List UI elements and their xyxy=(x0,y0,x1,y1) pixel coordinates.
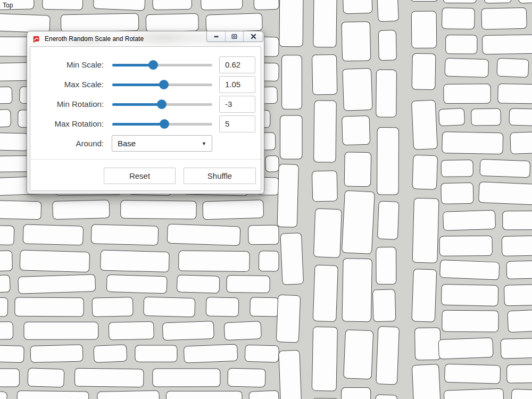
slider-thumb[interactable] xyxy=(160,119,169,129)
maximize-button[interactable] xyxy=(225,31,243,41)
max-scale-input[interactable] xyxy=(219,76,255,93)
maximize-icon xyxy=(230,32,238,40)
reset-button[interactable]: Reset xyxy=(104,168,176,184)
field-label: Max Scale: xyxy=(30,80,104,89)
around-select[interactable]: Base ▼ xyxy=(112,135,212,152)
shuffle-button[interactable]: Shuffle xyxy=(184,168,256,184)
around-select-value: Base xyxy=(118,139,136,148)
field-label: Min Rotation: xyxy=(30,99,104,109)
minimize-button[interactable] xyxy=(207,31,225,41)
close-button[interactable] xyxy=(243,31,263,41)
field-label: Max Rotation: xyxy=(30,119,104,128)
dialog-window: Eneroth Random Scale and Rotate Min Scal… xyxy=(27,31,264,194)
min-scale-row: Min Scale: xyxy=(30,55,261,74)
view-name-label: Top xyxy=(3,2,13,9)
max-rotation-row: Max Rotation: xyxy=(30,114,261,134)
slider-thumb[interactable] xyxy=(157,99,167,109)
close-icon xyxy=(250,32,257,40)
slider-fill xyxy=(112,84,164,86)
slider-fill xyxy=(112,123,164,126)
around-row: Around: Base ▼ xyxy=(30,134,261,153)
max-rotation-slider[interactable] xyxy=(112,119,212,129)
slider-thumb[interactable] xyxy=(148,60,158,70)
min-scale-slider[interactable] xyxy=(112,60,212,70)
min-rotation-input[interactable] xyxy=(219,96,255,113)
max-rotation-input[interactable] xyxy=(219,115,255,132)
min-scale-input[interactable] xyxy=(219,56,255,73)
dialog-content: Min Scale: Max Scale: Min Rotation: Max … xyxy=(30,46,261,191)
dropdown-arrow-icon: ▼ xyxy=(202,141,206,146)
minimize-icon xyxy=(212,32,220,40)
max-scale-row: Max Scale: xyxy=(30,74,261,94)
around-label: Around: xyxy=(30,139,104,148)
dialog-title: Eneroth Random Scale and Rotate xyxy=(45,35,144,43)
slider-thumb[interactable] xyxy=(159,80,169,89)
window-controls xyxy=(206,31,263,42)
field-label: Min Scale: xyxy=(30,60,104,69)
min-rotation-row: Min Rotation: xyxy=(30,94,261,114)
max-scale-slider[interactable] xyxy=(112,80,212,89)
slider-field-rows: Min Scale: Max Scale: Min Rotation: Max … xyxy=(30,55,261,134)
slider-fill xyxy=(112,103,162,106)
slider-fill xyxy=(112,64,153,66)
min-rotation-slider[interactable] xyxy=(112,99,212,109)
eneroth-icon xyxy=(32,35,41,44)
button-row: Reset Shuffle xyxy=(30,168,261,184)
divider xyxy=(30,159,261,160)
